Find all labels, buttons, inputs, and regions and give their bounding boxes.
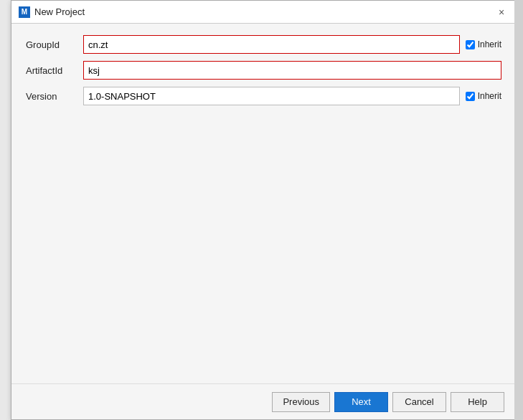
version-input-wrapper: Inherit [83,87,501,105]
groupid-inherit-checkbox[interactable] [466,40,475,49]
dialog-footer: Previous Next Cancel Help [11,383,516,419]
groupid-inherit-label: Inherit [478,39,501,49]
title-bar-left: M New Project [19,6,85,18]
version-input[interactable] [83,87,460,105]
close-button[interactable]: × [494,5,509,19]
groupid-label: GroupId [26,39,83,50]
help-button[interactable]: Help [451,392,504,412]
groupid-row: GroupId Inherit [26,35,501,54]
dialog-icon: M [19,6,30,18]
groupid-input[interactable] [83,35,460,54]
title-bar: M New Project × [11,1,516,24]
side-panel [514,0,523,420]
version-label: Version [26,91,83,102]
artifactid-input-wrapper [83,61,501,80]
cancel-button[interactable]: Cancel [392,392,446,412]
dialog-title: New Project [34,6,85,17]
next-button[interactable]: Next [334,392,388,412]
artifactid-row: ArtifactId [26,61,501,80]
artifactid-input[interactable] [83,61,501,80]
version-inherit-checkbox[interactable] [466,92,475,101]
version-row: Version Inherit [26,87,501,105]
version-inherit-wrapper: Inherit [466,91,501,101]
previous-button[interactable]: Previous [272,392,330,412]
groupid-inherit-wrapper: Inherit [466,39,501,49]
new-project-dialog: M New Project × GroupId Inherit [11,0,517,420]
dialog-content: GroupId Inherit ArtifactId Version [11,24,516,383]
dialog-overlay: M New Project × GroupId Inherit [0,0,523,420]
artifactid-label: ArtifactId [26,65,83,76]
version-inherit-label: Inherit [478,91,501,101]
groupid-input-wrapper: Inherit [83,35,501,54]
